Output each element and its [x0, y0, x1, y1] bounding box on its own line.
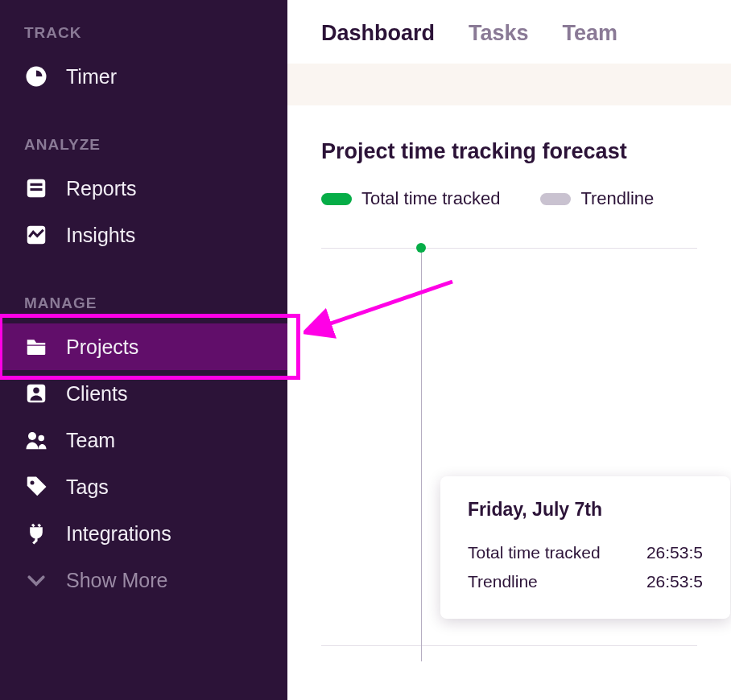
- legend-pill-trendline: [540, 193, 571, 205]
- banner-strip: [287, 64, 731, 105]
- tooltip-value: 26:53:5: [646, 572, 703, 591]
- tab-team[interactable]: Team: [563, 19, 618, 47]
- svg-point-6: [33, 388, 39, 394]
- sidebar-item-label: Reports: [66, 177, 137, 200]
- tooltip-label: Total time tracked: [468, 543, 601, 562]
- tooltip-value: 26:53:5: [646, 543, 703, 562]
- sidebar-item-label: Projects: [66, 336, 138, 359]
- chevron-down-icon: [24, 568, 48, 592]
- tab-dashboard[interactable]: Dashboard: [321, 19, 435, 47]
- tooltip-row: Total time tracked 26:53:5: [468, 538, 703, 567]
- folder-icon: [24, 335, 48, 359]
- legend-label: Total time tracked: [361, 188, 500, 209]
- clock-icon: [24, 64, 48, 89]
- sidebar-item-integrations[interactable]: Integrations: [0, 510, 287, 557]
- sidebar-item-timer[interactable]: Timer: [0, 53, 287, 100]
- svg-point-7: [28, 432, 36, 440]
- team-icon: [24, 428, 48, 452]
- sidebar-item-label: Show More: [66, 569, 167, 592]
- sidebar-item-label: Insights: [66, 224, 135, 247]
- sidebar-item-label: Clients: [66, 382, 127, 406]
- reports-icon: [24, 176, 48, 200]
- sidebar-item-label: Team: [66, 429, 115, 452]
- sidebar-item-label: Tags: [66, 476, 109, 499]
- chart-crosshair: [421, 248, 422, 661]
- chart-canvas: Friday, July 7th Total time tracked 26:5…: [321, 243, 697, 661]
- sidebar-item-reports[interactable]: Reports: [0, 165, 287, 212]
- svg-point-9: [31, 481, 35, 485]
- chart-area: Project time tracking forecast Total tim…: [287, 105, 731, 661]
- tab-tasks[interactable]: Tasks: [469, 19, 529, 47]
- svg-point-8: [39, 435, 45, 442]
- sidebar-item-clients[interactable]: Clients: [0, 370, 287, 417]
- sidebar-section-track: TRACK: [0, 16, 287, 53]
- plug-icon: [24, 521, 48, 546]
- legend-pill-total: [321, 193, 352, 205]
- svg-rect-3: [31, 188, 43, 191]
- main-content: Dashboard Tasks Team Project time tracki…: [287, 0, 731, 700]
- sidebar-item-insights[interactable]: Insights: [0, 212, 287, 258]
- chart-title: Project time tracking forecast: [321, 139, 697, 164]
- sidebar-section-analyze: ANALYZE: [0, 128, 287, 165]
- sidebar-item-team[interactable]: Team: [0, 417, 287, 463]
- insights-icon: [24, 223, 48, 247]
- svg-rect-2: [31, 183, 43, 186]
- sidebar-section-manage: MANAGE: [0, 286, 287, 323]
- sidebar-item-label: Timer: [66, 65, 117, 89]
- tooltip-label: Trendline: [468, 572, 538, 591]
- tag-icon: [24, 475, 48, 499]
- client-icon: [24, 381, 48, 406]
- legend-label: Trendline: [580, 188, 654, 209]
- chart-tooltip: Friday, July 7th Total time tracked 26:5…: [440, 476, 730, 619]
- tooltip-row: Trendline 26:53:5: [468, 567, 703, 596]
- sidebar-item-label: Integrations: [66, 522, 171, 546]
- tab-bar: Dashboard Tasks Team: [287, 0, 731, 64]
- chart-data-point[interactable]: [416, 243, 426, 253]
- sidebar-item-tags[interactable]: Tags: [0, 463, 287, 510]
- sidebar-item-projects[interactable]: Projects: [0, 323, 287, 370]
- sidebar: TRACK Timer ANALYZE Reports Insights MAN…: [0, 0, 287, 700]
- sidebar-item-show-more[interactable]: Show More: [0, 557, 287, 603]
- legend-item-trendline[interactable]: Trendline: [540, 188, 654, 209]
- legend-item-total[interactable]: Total time tracked: [321, 188, 500, 209]
- tooltip-title: Friday, July 7th: [468, 499, 703, 521]
- chart-legend: Total time tracked Trendline: [321, 188, 697, 209]
